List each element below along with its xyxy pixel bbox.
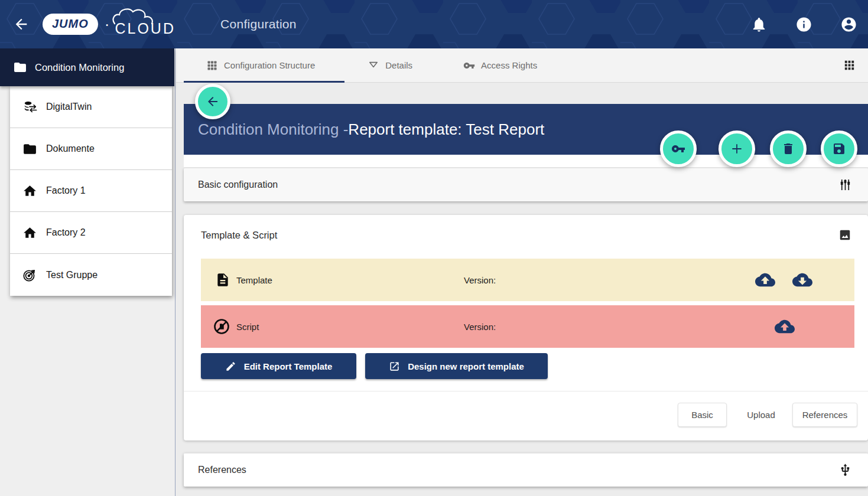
sidebar-item-label: Test Gruppe bbox=[46, 270, 97, 280]
target-icon bbox=[22, 267, 37, 282]
open-in-new-icon bbox=[389, 361, 400, 372]
sidebar-item-label: Dokumente bbox=[46, 143, 95, 154]
sidebar-item-factory-1[interactable]: Factory 1 bbox=[10, 170, 172, 212]
apps-grid-icon[interactable] bbox=[843, 58, 856, 72]
home-icon bbox=[22, 226, 37, 240]
tab-label: Configuration Structure bbox=[224, 60, 315, 70]
upload-button[interactable]: Upload bbox=[736, 403, 786, 427]
version-label: Version: bbox=[464, 275, 496, 285]
pencil-icon bbox=[225, 361, 236, 372]
sidebar-item-test-gruppe[interactable]: Test Gruppe bbox=[10, 254, 172, 296]
jumo-cloud-logo: JUMO · CLOUD bbox=[43, 11, 175, 37]
banner-title: Report template: Test Report bbox=[348, 120, 544, 139]
edit-report-template-button[interactable]: Edit Report Template bbox=[201, 353, 356, 379]
design-new-report-template-button[interactable]: Design new report template bbox=[365, 353, 548, 379]
sidebar-item-label: Factory 2 bbox=[46, 227, 86, 238]
usb-icon[interactable] bbox=[838, 464, 852, 477]
basic-configuration-panel[interactable]: Basic configuration bbox=[184, 168, 868, 201]
sidebar-header-label: Condition Monitoring bbox=[35, 62, 124, 73]
tab-bar: Configuration Structure Details Access R… bbox=[176, 48, 868, 83]
version-label: Version: bbox=[464, 322, 496, 332]
banner-back-button[interactable] bbox=[195, 84, 230, 119]
document-icon bbox=[215, 272, 230, 288]
key-icon bbox=[463, 60, 475, 71]
database-sync-icon bbox=[22, 100, 37, 115]
banner: Condition Monitoring - Report template: … bbox=[184, 104, 868, 155]
top-navbar: JUMO · CLOUD Configuration bbox=[0, 0, 868, 48]
tab-configuration-structure[interactable]: Configuration Structure bbox=[206, 60, 315, 71]
template-row: Template Version: bbox=[201, 259, 854, 301]
tab-details[interactable]: Details bbox=[368, 60, 412, 71]
sidebar-item-label: Factory 1 bbox=[46, 185, 86, 196]
breadcrumb: Condition Monitoring - bbox=[198, 120, 348, 139]
basic-button[interactable]: Basic bbox=[678, 403, 727, 427]
funnel-icon bbox=[368, 60, 379, 71]
cloud-download-icon[interactable] bbox=[792, 270, 812, 290]
cloud-outline-icon bbox=[111, 7, 160, 25]
nav-back-arrow-icon[interactable] bbox=[13, 16, 30, 32]
arrow-left-icon bbox=[206, 94, 220, 109]
tab-label: Access Rights bbox=[481, 60, 537, 70]
script-off-icon bbox=[213, 318, 230, 335]
topbar-actions bbox=[750, 0, 857, 48]
add-button[interactable] bbox=[719, 130, 755, 167]
folder-icon bbox=[13, 60, 27, 74]
active-tab-underline bbox=[184, 81, 344, 83]
folder-icon bbox=[22, 142, 37, 156]
panel-title: Basic configuration bbox=[198, 180, 278, 190]
references-button[interactable]: References bbox=[792, 403, 857, 427]
info-icon[interactable] bbox=[795, 16, 812, 33]
card-divider bbox=[184, 391, 868, 391]
row-label: Script bbox=[236, 322, 259, 332]
cloud-upload-icon[interactable] bbox=[755, 270, 775, 290]
button-label: Edit Report Template bbox=[244, 361, 333, 371]
template-script-card: Template & Script Template Version: bbox=[184, 215, 868, 440]
sidebar-list: DigitalTwin Dokumente Factory 1 Factory … bbox=[10, 86, 172, 296]
save-button[interactable] bbox=[821, 130, 857, 167]
brand-separator: · bbox=[105, 15, 110, 34]
cloud-upload-icon[interactable] bbox=[775, 316, 795, 337]
button-label: Design new report template bbox=[408, 361, 524, 371]
script-row: Script Version: bbox=[201, 305, 854, 348]
notifications-icon[interactable] bbox=[750, 16, 768, 33]
tab-access-rights[interactable]: Access Rights bbox=[463, 60, 537, 71]
references-panel[interactable]: References bbox=[184, 453, 868, 487]
grid-icon bbox=[206, 60, 218, 71]
trash-icon bbox=[781, 142, 795, 156]
page-title: Configuration bbox=[220, 0, 297, 48]
row-label: Template bbox=[236, 275, 272, 285]
access-key-button[interactable] bbox=[660, 130, 697, 167]
key-icon bbox=[671, 142, 685, 156]
tab-label: Details bbox=[385, 60, 412, 70]
panel-title: References bbox=[198, 465, 246, 475]
plus-icon bbox=[730, 142, 744, 156]
image-icon[interactable] bbox=[838, 229, 851, 242]
sidebar: Condition Monitoring DigitalTwin bbox=[0, 48, 175, 496]
banner-card: Condition Monitoring - Report template: … bbox=[184, 104, 868, 167]
section-title: Template & Script bbox=[201, 230, 277, 241]
app-window: JUMO · CLOUD Configuration bbox=[0, 0, 868, 496]
delete-button[interactable] bbox=[770, 130, 807, 167]
home-icon bbox=[22, 184, 37, 198]
tune-icon[interactable] bbox=[838, 178, 852, 192]
sidebar-item-condition-monitoring[interactable]: Condition Monitoring bbox=[0, 48, 174, 86]
sidebar-item-dokumente[interactable]: Dokumente bbox=[10, 128, 172, 170]
save-icon bbox=[832, 142, 846, 156]
sidebar-item-factory-2[interactable]: Factory 2 bbox=[10, 212, 172, 254]
sidebar-item-digitaltwin[interactable]: DigitalTwin bbox=[10, 86, 172, 128]
account-icon[interactable] bbox=[840, 16, 857, 33]
sidebar-item-label: DigitalTwin bbox=[46, 102, 92, 112]
cloud-logo: CLOUD bbox=[115, 20, 175, 37]
jumo-logo: JUMO bbox=[43, 14, 98, 35]
